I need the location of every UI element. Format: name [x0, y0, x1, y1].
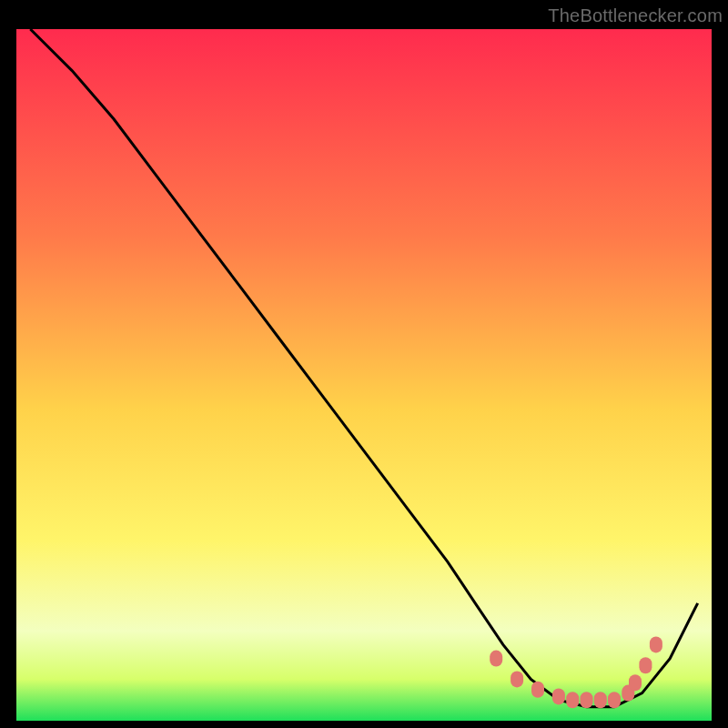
- marker-dot: [594, 692, 607, 708]
- marker-dot: [650, 636, 662, 652]
- attribution-text: TheBottlenecker.com: [548, 5, 723, 26]
- marker-dot: [531, 682, 544, 698]
- marker-dot: [511, 671, 523, 687]
- marker-dot: [629, 674, 642, 691]
- marker-dot: [581, 692, 593, 708]
- marker-dot: [639, 657, 652, 673]
- marker-dot: [566, 692, 579, 708]
- gradient-background: [16, 29, 712, 721]
- chart-svg: [16, 29, 712, 721]
- marker-dot: [608, 692, 621, 708]
- marker-dot: [490, 651, 502, 667]
- marker-dot: [552, 688, 565, 704]
- chart-frame: [16, 29, 712, 721]
